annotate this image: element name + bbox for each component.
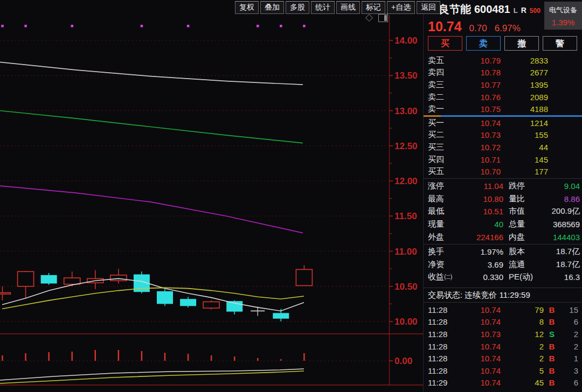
stock-code: 600481: [474, 3, 510, 16]
fundamental-value: 3.69: [457, 260, 503, 269]
bid-label: 买一: [428, 118, 455, 128]
stats-row: 涨停 11.04 跌停 9.04: [424, 180, 582, 193]
tick-row: 11:29 10.74 45 B 6: [424, 377, 582, 389]
toolbar-button[interactable]: 叠加: [260, 1, 284, 14]
signal-dot: [280, 25, 282, 27]
tick-count: 2: [560, 342, 578, 351]
bid-label: 买三: [428, 142, 455, 152]
candle-body-up: [296, 269, 312, 285]
ask-volume: 2089: [501, 93, 548, 102]
candle-body-up: [64, 278, 80, 284]
bid-row[interactable]: 买一 10.74 1214: [424, 117, 582, 129]
toolbar-button[interactable]: 复权: [235, 1, 259, 14]
bid-row[interactable]: 买三 10.72 44: [424, 141, 582, 153]
tick-volume: 5: [501, 366, 544, 375]
signal-dot: [1, 25, 4, 27]
fundamental-label: 换手: [428, 247, 457, 257]
candle-body-down: [273, 313, 289, 318]
tick-row: 11:28 10.74 2 B 1: [424, 352, 582, 365]
toolbar-button[interactable]: +自选: [387, 1, 415, 14]
tick-price: 10.74: [453, 342, 501, 351]
fundamental-label: 收益㈡: [428, 272, 457, 282]
chart-toolbar: 复权叠加多股统计画线标记+自选返回: [235, 1, 440, 14]
y-axis-label: 11.00: [394, 247, 417, 257]
stat-label: 市值: [503, 206, 538, 216]
bid-label: 买四: [428, 155, 455, 165]
price-change-percent: 6.97%: [495, 23, 521, 34]
fundamentals-row: 净资 3.69 流通 18.7亿: [424, 258, 582, 271]
bid-label: 买二: [428, 130, 455, 140]
ask-row[interactable]: 卖一 10.75 4188: [424, 103, 582, 115]
stat-value: 10.80: [457, 194, 503, 204]
trade-action-button[interactable]: 买: [428, 36, 462, 51]
tick-side: B: [544, 378, 560, 387]
stat-value: 144403: [538, 233, 580, 242]
fundamentals-row: 收益㈡ 0.330 PE(动) 16.3: [424, 271, 582, 284]
toolbar-button[interactable]: 统计: [311, 1, 335, 14]
tick-count: 6: [560, 378, 578, 387]
section-divider: [424, 244, 582, 244]
tick-row: 11:28 10.74 5 B 3: [424, 365, 582, 377]
stats-row: 最低 10.51 市值 200.9亿: [424, 205, 582, 218]
section-divider: [424, 288, 582, 288]
split-view-icon[interactable]: [378, 14, 388, 22]
ask-price: 10.76: [455, 93, 501, 102]
tick-price: 10.74: [453, 366, 501, 375]
bid-price: 10.73: [455, 130, 501, 139]
tick-count: 3: [560, 366, 578, 375]
toolbar-button[interactable]: 标记: [362, 1, 385, 14]
ask-row[interactable]: 卖五 10.79 2833: [424, 54, 582, 67]
candle-body-down: [41, 275, 57, 284]
tick-row: 11:28 10.74 2 B 2: [424, 340, 582, 353]
sector-badge[interactable]: 电气设备 1.39%: [544, 2, 582, 30]
signal-dot: [141, 25, 143, 27]
toolbar-button[interactable]: 画线: [336, 1, 360, 14]
tick-price: 10.73: [453, 330, 501, 339]
fundamental-label: 股本: [503, 247, 538, 257]
trade-action-button[interactable]: 卖: [466, 36, 501, 51]
margin-flag: L: [514, 6, 518, 15]
ask-label: 卖四: [428, 67, 455, 78]
bid-volume: 1214: [501, 118, 548, 128]
bid-volume: 177: [501, 167, 548, 176]
tick-side: B: [544, 366, 560, 375]
ask-price: 10.79: [455, 56, 501, 65]
tick-time: 11:28: [428, 354, 453, 363]
ask-row[interactable]: 卖三 10.77 1395: [424, 79, 582, 91]
kline-chart-area[interactable]: 14.0013.5013.0012.5012.0011.5011.0010.50…: [0, 0, 423, 392]
tick-time: 11:28: [428, 342, 453, 351]
y-axis-label: 12.00: [394, 176, 418, 186]
fundamental-label: 流通: [503, 260, 538, 270]
trade-action-button[interactable]: 撤: [504, 36, 539, 51]
tick-price: 10.74: [453, 354, 501, 363]
bid-volume: 155: [501, 130, 548, 139]
bid-row[interactable]: 买四 10.71 145: [424, 153, 582, 166]
ask-row[interactable]: 卖二 10.76 2089: [424, 91, 582, 103]
bid-price: 10.74: [455, 118, 501, 128]
bid-volume: 44: [501, 143, 548, 152]
y-axis-label: 10.50: [394, 282, 418, 292]
stat-value: 9.04: [538, 181, 580, 191]
ask-row[interactable]: 卖四 10.78 2677: [424, 67, 582, 79]
toolbar-button[interactable]: 返回: [417, 1, 440, 14]
toolbar-button[interactable]: 多股: [286, 1, 309, 14]
y-axis-label: 14.00: [394, 36, 418, 46]
y-axis-label: 13.50: [394, 71, 418, 81]
bid-row[interactable]: 买二 10.73 155: [424, 129, 582, 142]
candle-body-up: [110, 275, 127, 281]
tick-list: 11:28 10.74 79 B 15 11:28 10.74 8 B 6 11…: [424, 304, 582, 392]
trade-action-button[interactable]: 警: [543, 36, 577, 51]
tick-price: 10.74: [453, 317, 501, 326]
bid-row[interactable]: 买五 10.70 177: [424, 165, 582, 178]
bid-price: 10.72: [455, 143, 501, 152]
fundamental-label: PE(动): [503, 272, 538, 282]
stat-label: 外盘: [428, 232, 457, 242]
bid-price: 10.71: [455, 155, 501, 164]
index-500-flag: 500: [530, 7, 541, 15]
tick-side: S: [544, 330, 560, 339]
trading-app-window: 14.0013.5013.0012.5012.0011.5011.0010.50…: [0, 0, 582, 392]
stat-value: 368569: [538, 220, 580, 229]
ask-price: 10.77: [455, 80, 501, 89]
stat-label: 最高: [428, 194, 457, 204]
signal-dot: [71, 25, 74, 27]
